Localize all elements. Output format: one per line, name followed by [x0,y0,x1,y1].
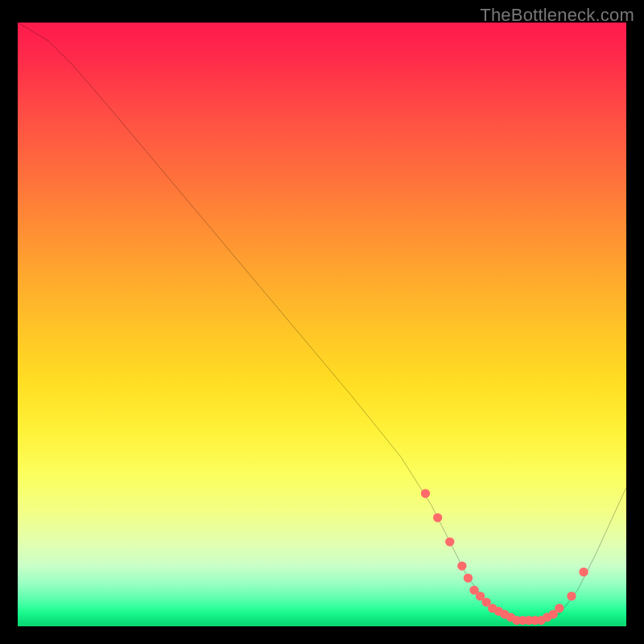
highlight-point [457,561,466,570]
watermark-text: TheBottleneck.com [480,5,634,26]
highlight-point [445,537,454,546]
highlight-point [579,568,588,576]
highlight-points-group [421,489,588,625]
highlight-point [464,573,473,582]
bottleneck-curve-line [18,23,626,621]
highlight-point [421,489,430,497]
highlight-point [567,592,576,601]
highlight-point [555,604,564,613]
chart-plot-area [18,23,626,626]
highlight-point [433,513,442,522]
chart-svg [18,23,626,626]
